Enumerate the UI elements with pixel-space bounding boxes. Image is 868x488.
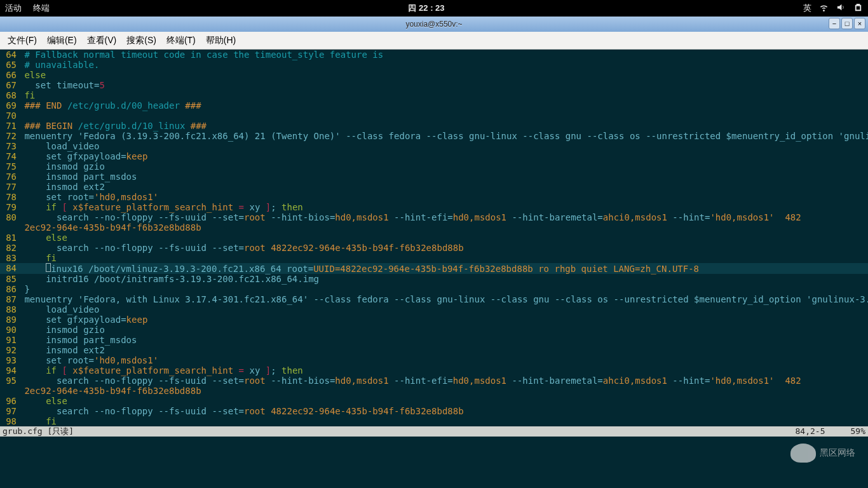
status-filename: grub.cfg [只读] bbox=[3, 426, 74, 437]
vim-editor[interactable]: 64 # Fallback normal timeout code in cas… bbox=[0, 50, 868, 488]
ime-indicator[interactable]: 英 bbox=[803, 3, 811, 14]
menu-file[interactable]: 文件(F) bbox=[3, 34, 42, 48]
menu-help[interactable]: 帮助(H) bbox=[201, 34, 241, 48]
window-titlebar[interactable]: youxia@x550v:~ − □ × bbox=[0, 17, 868, 32]
activities-button[interactable]: 活动 bbox=[5, 3, 22, 14]
gnome-topbar: 活动 终端 四 22 : 23 英 bbox=[0, 0, 868, 17]
maximize-button[interactable]: □ bbox=[841, 18, 853, 29]
volume-icon[interactable] bbox=[836, 3, 846, 14]
close-button[interactable]: × bbox=[854, 18, 865, 29]
window-title: youxia@x550v:~ bbox=[405, 20, 462, 29]
status-position: 84,2-5 bbox=[796, 426, 825, 437]
status-percent: 59% bbox=[851, 426, 865, 437]
vim-cursor bbox=[46, 263, 51, 272]
clock[interactable]: 四 22 : 23 bbox=[50, 3, 803, 14]
menu-search[interactable]: 搜索(S) bbox=[121, 34, 161, 48]
battery-icon[interactable] bbox=[853, 3, 863, 14]
wifi-icon[interactable] bbox=[819, 3, 829, 14]
menu-terminal[interactable]: 终端(T) bbox=[161, 34, 201, 48]
minimize-button[interactable]: − bbox=[829, 18, 840, 29]
cursor-line: 84 inux16 /boot/vmlinuz-3.19.3-200.fc21.… bbox=[0, 263, 868, 274]
app-menu-terminal[interactable]: 终端 bbox=[33, 3, 50, 14]
menu-edit[interactable]: 编辑(E) bbox=[42, 34, 82, 48]
menu-view[interactable]: 查看(V) bbox=[82, 34, 122, 48]
terminal-menubar: 文件(F) 编辑(E) 查看(V) 搜索(S) 终端(T) 帮助(H) bbox=[0, 32, 868, 50]
vim-statusbar: grub.cfg [只读] 84,2-5 59% bbox=[0, 426, 868, 437]
